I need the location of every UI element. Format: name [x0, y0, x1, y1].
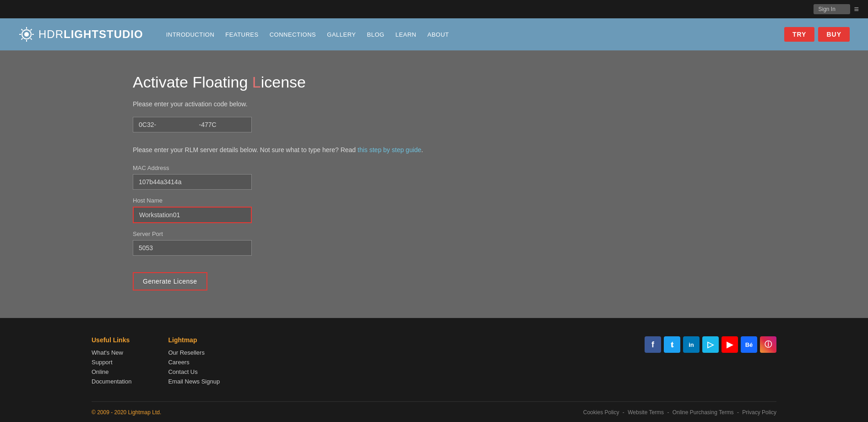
activation-subtitle: Please enter your activation code below. [133, 100, 735, 108]
footer-link-whats-new[interactable]: What's New [92, 349, 131, 356]
page-title-highlight: L [252, 73, 261, 91]
cookies-policy-link[interactable]: Cookies Policy [583, 409, 619, 416]
footer-link-resellers[interactable]: Our Resellers [168, 349, 220, 356]
nav-actions: TRY BUY [784, 27, 850, 42]
online-purchasing-terms-link[interactable]: Online Purchasing Terms [673, 409, 734, 416]
behance-icon[interactable]: Bé [741, 336, 757, 353]
footer: Useful Links What's New Support Online D… [0, 318, 868, 422]
footer-useful-links: Useful Links What's New Support Online D… [92, 336, 131, 388]
footer-legal: Cookies Policy - Website Terms - Online … [583, 409, 776, 416]
svg-line-5 [22, 29, 23, 31]
footer-link-support[interactable]: Support [92, 359, 131, 366]
footer-lightmap: Lightmap Our Resellers Careers Contact U… [168, 336, 220, 388]
rlm-guide-link[interactable]: this step by step guide [358, 146, 421, 153]
nav-gallery[interactable]: GALLERY [327, 31, 356, 38]
server-port-group: Server Port [133, 230, 735, 256]
svg-line-7 [31, 29, 32, 31]
buy-button[interactable]: BUY [818, 27, 850, 42]
logo-icon [18, 26, 35, 43]
nav-features[interactable]: FEATURES [225, 31, 258, 38]
useful-links-heading: Useful Links [92, 336, 131, 344]
svg-line-6 [31, 38, 32, 40]
footer-link-email-signup[interactable]: Email News Signup [168, 378, 220, 385]
server-port-input[interactable] [133, 240, 252, 256]
website-terms-link[interactable]: Website Terms [628, 409, 664, 416]
svg-point-9 [24, 32, 29, 37]
footer-link-careers[interactable]: Careers [168, 359, 220, 366]
svg-line-8 [22, 38, 23, 40]
facebook-icon[interactable]: f [645, 336, 661, 353]
activation-code-input[interactable] [133, 117, 252, 132]
server-port-label: Server Port [133, 230, 735, 237]
page-title-rest: icense [261, 73, 306, 91]
mac-address-label: MAC Address [133, 164, 735, 171]
main-content: Activate Floating License Please enter y… [0, 50, 868, 318]
nav-about[interactable]: ABOUT [428, 31, 449, 38]
footer-top: Useful Links What's New Support Online D… [92, 336, 776, 388]
page-title-normal: Activate Floating [133, 73, 252, 91]
twitter-icon[interactable]: 𝐭 [664, 336, 680, 353]
copyright: © 2009 - 2020 Lightmap Ltd. [92, 409, 161, 416]
instagram-icon[interactable]: ⓘ [760, 336, 776, 353]
host-name-group: Host Name [133, 197, 735, 223]
nav-links: INTRODUCTION FEATURES CONNECTIONS GALLER… [166, 31, 770, 38]
footer-link-contact[interactable]: Contact Us [168, 368, 220, 375]
nav-blog[interactable]: BLOG [367, 31, 385, 38]
top-bar: Sign In ≡ [0, 0, 868, 18]
footer-link-online[interactable]: Online [92, 368, 131, 375]
generate-license-button[interactable]: Generate License [133, 272, 207, 290]
footer-social: f 𝐭 in ▷ ▶ Bé ⓘ [645, 336, 776, 388]
navbar: HDRLIGHTSTUDIO INTRODUCTION FEATURES CON… [0, 18, 868, 50]
privacy-policy-link[interactable]: Privacy Policy [742, 409, 776, 416]
nav-introduction[interactable]: INTRODUCTION [166, 31, 215, 38]
vimeo-icon[interactable]: ▷ [702, 336, 719, 353]
mac-address-input[interactable] [133, 174, 252, 190]
menu-icon[interactable]: ≡ [854, 5, 859, 14]
nav-connections[interactable]: CONNECTIONS [270, 31, 316, 38]
account-button[interactable]: Sign In [814, 4, 850, 14]
logo-text: HDRLIGHTSTUDIO [38, 28, 143, 41]
lightmap-heading: Lightmap [168, 336, 220, 344]
rlm-description: Please enter your RLM server details bel… [133, 146, 735, 153]
footer-bottom: © 2009 - 2020 Lightmap Ltd. Cookies Poli… [92, 401, 776, 416]
mac-address-group: MAC Address [133, 164, 735, 190]
logo[interactable]: HDRLIGHTSTUDIO [18, 26, 143, 43]
try-button[interactable]: TRY [784, 27, 814, 42]
page-title: Activate Floating License [133, 73, 735, 91]
host-name-input[interactable] [133, 207, 252, 223]
linkedin-icon[interactable]: in [683, 336, 700, 353]
youtube-icon[interactable]: ▶ [722, 336, 738, 353]
top-bar-right: Sign In ≡ [814, 4, 859, 14]
host-name-label: Host Name [133, 197, 735, 204]
nav-learn[interactable]: LEARN [396, 31, 417, 38]
footer-link-documentation[interactable]: Documentation [92, 378, 131, 385]
